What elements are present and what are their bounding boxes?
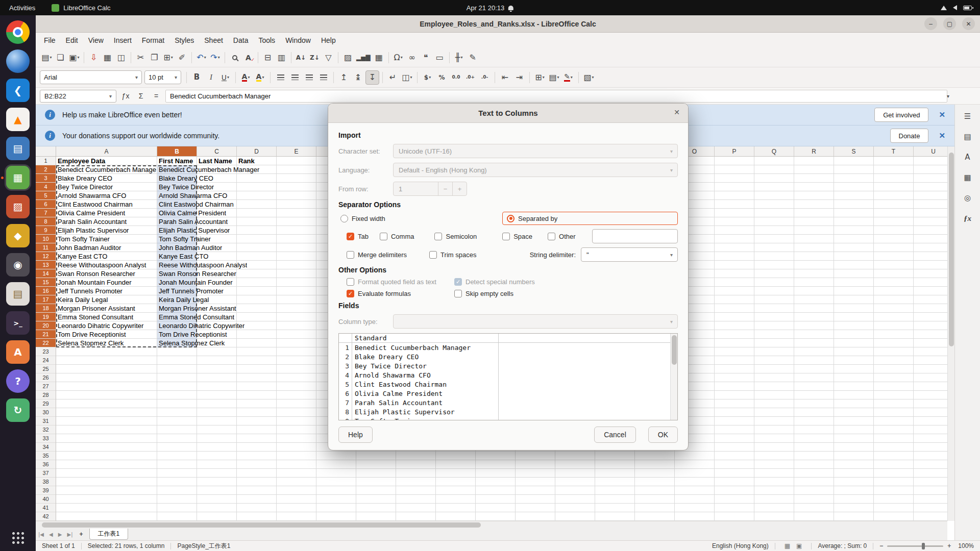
format-as-number-button[interactable]: 0.0 bbox=[449, 70, 463, 85]
autofilter-button[interactable]: ▽ bbox=[322, 51, 335, 65]
terminal-dock-icon[interactable]: >_ bbox=[6, 311, 30, 335]
row-header-5[interactable]: 5 bbox=[36, 191, 56, 200]
menu-format[interactable]: Format bbox=[137, 33, 169, 48]
print-preview-button[interactable]: ◫ bbox=[114, 51, 128, 65]
infobar-close-icon[interactable]: ✕ bbox=[939, 131, 945, 140]
other-checkbox[interactable]: Other bbox=[548, 233, 576, 240]
row-header-26[interactable]: 26 bbox=[36, 373, 56, 382]
row-header-42[interactable]: 42 bbox=[36, 512, 56, 521]
dialog-titlebar[interactable]: Text to Columns ✕ bbox=[328, 104, 688, 123]
cell-A1[interactable]: Employee Data bbox=[58, 157, 156, 165]
donate-button[interactable]: Donate bbox=[890, 129, 929, 143]
cell-B9[interactable]: Elijah Plastic Supervisor bbox=[159, 226, 230, 235]
chrome-dock-icon[interactable] bbox=[6, 20, 30, 44]
preview-table[interactable]: Standard1Benedict Cucumberbach Manager2B… bbox=[338, 333, 678, 420]
semicolon-checkbox[interactable]: Semicolon bbox=[434, 233, 477, 240]
previous-sheet-button[interactable]: ◀ bbox=[49, 532, 53, 537]
select-function-sum-button[interactable]: Σ bbox=[135, 92, 147, 100]
system-tray[interactable] bbox=[941, 5, 980, 10]
find-and-replace-button[interactable] bbox=[228, 51, 241, 65]
styles-icon[interactable]: A bbox=[959, 148, 976, 166]
first-sheet-button[interactable]: |◀ bbox=[38, 532, 44, 537]
vlc-dock-icon[interactable]: ▲ bbox=[6, 108, 30, 131]
formula-equals-button[interactable]: = bbox=[150, 92, 162, 100]
page-style[interactable]: PageStyle_工作表1 bbox=[177, 542, 230, 550]
cell-A2[interactable]: Benedict Cucumberbach Manager bbox=[58, 165, 156, 174]
format-quoted-field-as-text-checkbox[interactable]: Format quoted field as text bbox=[347, 278, 454, 286]
cell-A5[interactable]: Arnold Shawarma CFO bbox=[58, 191, 156, 200]
text-language[interactable]: English (Hong Kong) bbox=[712, 542, 769, 549]
row-header-6[interactable]: 6 bbox=[36, 200, 56, 209]
center-vertically-button[interactable]: ↨ bbox=[351, 70, 365, 85]
cell-A14[interactable]: Swan Ronson Researcher bbox=[58, 269, 156, 278]
name-box-dropdown-icon[interactable]: ▾ bbox=[109, 93, 112, 99]
cell-A7[interactable]: Olivia Calme President bbox=[58, 209, 156, 217]
detect-special-numbers-checkbox[interactable]: Detect special numbers bbox=[454, 278, 535, 286]
italic-button[interactable]: I bbox=[204, 70, 218, 85]
font-name-combobox[interactable]: Arial▾ bbox=[40, 70, 142, 84]
font-color-button[interactable]: A▾ bbox=[239, 70, 253, 85]
from-row-increment-button[interactable]: + bbox=[452, 182, 467, 195]
border-color-button[interactable]: ✎▾ bbox=[561, 70, 575, 85]
evaluate-formulas-checkbox[interactable]: Evaluate formulas bbox=[347, 290, 454, 297]
menu-edit[interactable]: Edit bbox=[61, 33, 83, 48]
align-center-button[interactable] bbox=[288, 70, 302, 85]
export-as-pdf-button[interactable]: ⇩ bbox=[87, 51, 101, 65]
function-wizard-button[interactable]: ƒx bbox=[119, 92, 132, 100]
functions-icon[interactable]: ƒx bbox=[959, 210, 976, 227]
row-header-21[interactable]: 21 bbox=[36, 330, 56, 339]
zoom-slider-thumb[interactable] bbox=[922, 543, 925, 549]
column-header-R[interactable]: R bbox=[794, 146, 834, 157]
format-as-currency-button[interactable]: $▾ bbox=[421, 70, 434, 85]
cell-B4[interactable]: Bey Twice Director bbox=[159, 183, 214, 191]
cell-B22[interactable]: Selena Stopmez Clerk bbox=[159, 339, 225, 347]
row-header-15[interactable]: 15 bbox=[36, 278, 56, 287]
row-header-17[interactable]: 17 bbox=[36, 295, 56, 304]
insert-column-button[interactable]: ▥ bbox=[275, 51, 288, 65]
zoom-slider[interactable] bbox=[887, 545, 943, 547]
insert-chart-button[interactable]: ▂▅▇ bbox=[355, 51, 372, 65]
cell-B16[interactable]: Jeff Tunnels Promoter bbox=[159, 287, 224, 295]
column-header-Q[interactable]: Q bbox=[754, 146, 794, 157]
row-header-22[interactable]: 22 bbox=[36, 339, 56, 347]
justified-button[interactable] bbox=[316, 70, 330, 85]
cell-A18[interactable]: Morgan Prisoner Assistant bbox=[58, 304, 156, 313]
delete-decimal-place-button[interactable]: .0- bbox=[478, 70, 492, 85]
menu-insert[interactable]: Insert bbox=[109, 33, 137, 48]
cell-A9[interactable]: Elijah Plastic Supervisor bbox=[58, 226, 156, 235]
add-decimal-place-button[interactable]: .0+ bbox=[463, 70, 477, 85]
window-titlebar[interactable]: Employee_Roles_and_Ranks.xlsx - LibreOff… bbox=[36, 15, 980, 33]
row-header-35[interactable]: 35 bbox=[36, 452, 56, 460]
from-row-decrement-button[interactable]: − bbox=[438, 182, 452, 195]
dialog-close-icon[interactable]: ✕ bbox=[674, 108, 680, 116]
cell-D1[interactable]: Rank bbox=[238, 157, 276, 165]
gallery-icon[interactable]: ▦ bbox=[959, 169, 976, 186]
clock[interactable]: Apr 21 20:13 bbox=[467, 4, 513, 12]
zoom-in-button[interactable]: + bbox=[947, 542, 951, 549]
tab-checkbox[interactable]: Tab bbox=[347, 233, 369, 240]
row-header-2[interactable]: 2 bbox=[36, 165, 56, 174]
row-header-24[interactable]: 24 bbox=[36, 356, 56, 365]
cell-B10[interactable]: Tom Softy Trainer bbox=[159, 235, 211, 243]
cell-B14[interactable]: Swan Ronson Researcher bbox=[159, 269, 236, 278]
navigator-icon[interactable]: ◎ bbox=[959, 189, 976, 207]
merge-delimiters-checkbox[interactable]: Merge delimiters bbox=[347, 251, 407, 259]
cell-B12[interactable]: Kanye East CTO bbox=[159, 252, 208, 261]
sheet-tab[interactable]: 工作表1 bbox=[89, 529, 129, 540]
new-document-button[interactable]: ▤▾ bbox=[40, 51, 54, 65]
skip-empty-cells-checkbox[interactable]: Skip empty cells bbox=[454, 290, 513, 297]
row-header-3[interactable]: 3 bbox=[36, 174, 56, 183]
cell-B18[interactable]: Morgan Prisoner Assistant bbox=[159, 304, 236, 313]
align-top-button[interactable]: ↥ bbox=[337, 70, 351, 85]
paste-button[interactable]: ⊞▾ bbox=[161, 51, 175, 65]
row-header-19[interactable]: 19 bbox=[36, 313, 56, 321]
row-header-14[interactable]: 14 bbox=[36, 269, 56, 278]
cell-A20[interactable]: Leonardo Dihatric Copywriter bbox=[58, 321, 156, 330]
activities-button[interactable]: Activities bbox=[0, 0, 44, 15]
cell-B15[interactable]: Jonah Mountain Founder bbox=[159, 278, 233, 287]
cell-A21[interactable]: Tom Drive Receptionist bbox=[58, 330, 156, 339]
vertical-scrollbar[interactable] bbox=[947, 146, 954, 521]
bold-button[interactable]: B bbox=[190, 70, 204, 85]
document-modified-icon[interactable]: ▣ bbox=[796, 542, 802, 549]
copy-button[interactable]: ❐ bbox=[148, 51, 161, 65]
